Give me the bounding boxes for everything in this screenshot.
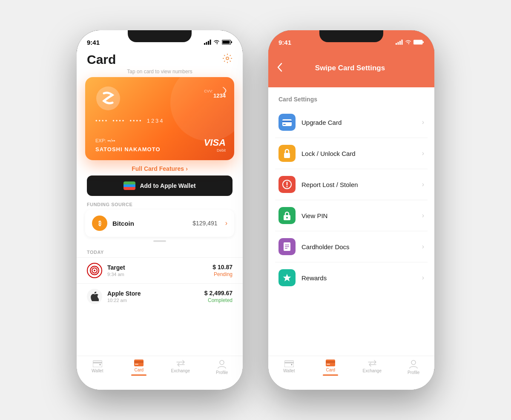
nav-profile[interactable]: Profile: [393, 360, 435, 375]
svg-rect-25: [423, 41, 424, 43]
nav-active-indicator: [131, 374, 146, 376]
settings-item-upgrade-card[interactable]: Upgrade Card ›: [275, 107, 428, 138]
target-icon: [87, 263, 102, 278]
signal-icon: [204, 40, 211, 45]
nav-exchange-label: Exchange: [171, 368, 190, 373]
credit-card[interactable]: CVV: 1234 •••• •••• •••• 1234 EXP: ••/••: [85, 77, 234, 160]
credit-card-container[interactable]: CVV: 1234 •••• •••• •••• 1234 EXP: ••/••: [77, 77, 243, 160]
card-expiry: EXP: ••/••: [95, 138, 115, 143]
svg-rect-28: [283, 124, 286, 125]
svg-rect-41: [284, 362, 294, 363]
funding-amount: $129,491: [192, 220, 217, 227]
rewards-chevron-icon: ›: [422, 274, 424, 282]
full-card-features[interactable]: Full Card Features ›: [77, 165, 243, 172]
exchange-nav-icon: [176, 360, 185, 367]
add-to-apple-wallet-button[interactable]: Add to Apple Wallet: [87, 175, 233, 196]
debit-text: Debit: [204, 148, 226, 152]
svg-point-34: [286, 217, 288, 219]
svg-rect-15: [134, 360, 144, 366]
svg-rect-24: [414, 41, 422, 44]
card-dots-1: ••••: [95, 118, 108, 124]
nav-card[interactable]: Card: [310, 360, 352, 376]
settings-header: Swipe Card Settings: [268, 49, 434, 87]
card-header: Card: [77, 49, 243, 67]
cvv-value: 1234: [213, 92, 226, 99]
visa-label: VISA Debit: [204, 137, 226, 152]
svg-point-7: [226, 57, 229, 60]
phone-notch: [128, 30, 192, 42]
nav-wallet[interactable]: Wallet: [268, 360, 310, 373]
svg-rect-17: [135, 364, 138, 365]
funding-chevron-icon: ›: [225, 219, 227, 227]
nav-exchange[interactable]: Exchange: [351, 360, 393, 373]
phone-card-screen: 9:41: [77, 30, 243, 390]
apple-wallet-icon: [123, 181, 135, 190]
lock-unlock-icon: [278, 145, 296, 162]
wifi-icon: [405, 40, 411, 45]
svg-rect-29: [284, 153, 290, 158]
nav-card[interactable]: Card: [118, 360, 160, 376]
card-nav-icon: [134, 360, 144, 366]
settings-item-cardholder-docs[interactable]: Cardholder Docs ›: [275, 231, 428, 262]
svg-rect-1: [206, 42, 207, 45]
list-item[interactable]: Apple Store 10:22 am $ 2,499.67 Complete…: [77, 283, 243, 309]
card-name: SATOSHI NAKAMOTO: [95, 146, 161, 152]
settings-item-lock-unlock[interactable]: Lock / Unlock Card ›: [275, 138, 428, 169]
back-button[interactable]: [277, 63, 283, 74]
list-item[interactable]: Target 9:34 am $ 10.87 Pending: [77, 257, 243, 283]
svg-point-14: [99, 364, 100, 365]
transaction-status: Completed: [204, 297, 233, 303]
nav-card-label: Card: [326, 368, 335, 372]
svg-point-42: [291, 364, 292, 365]
transaction-amount: $ 10.87: [212, 264, 233, 270]
transaction-amount: $ 2,499.67: [204, 290, 233, 296]
settings-item-view-pin[interactable]: View PIN ›: [275, 200, 428, 231]
transactions-section: TODAY Target 9:34 am $ 10.87 Pending: [77, 244, 243, 313]
card-last4: 1234: [147, 118, 164, 124]
card-number: •••• •••• •••• 1234: [95, 118, 164, 124]
card-nav-icon: [326, 360, 335, 366]
bottom-nav: Wallet Card Exchange: [77, 356, 243, 390]
visa-text: VISA: [204, 137, 226, 148]
svg-rect-21: [399, 41, 401, 45]
battery-icon: [413, 40, 424, 45]
svg-rect-40: [284, 361, 294, 367]
transaction-info: Target 9:34 am: [107, 264, 207, 277]
cardholder-docs-icon: [278, 238, 296, 255]
settings-item-rewards[interactable]: Rewards ›: [275, 262, 428, 293]
wifi-icon: [213, 40, 220, 45]
full-card-features-chevron: ›: [186, 165, 188, 172]
svg-rect-3: [210, 40, 211, 45]
settings-item-report-lost[interactable]: Report Lost / Stolen ›: [275, 169, 428, 200]
profile-nav-icon: [409, 360, 418, 369]
settings-gear-icon[interactable]: [222, 53, 233, 66]
lock-unlock-chevron-icon: ›: [422, 150, 424, 157]
nav-profile-label: Profile: [408, 370, 419, 375]
svg-rect-43: [326, 360, 335, 366]
card-screen: 9:41: [77, 30, 243, 390]
nav-exchange[interactable]: Exchange: [160, 360, 201, 373]
rewards-icon: [278, 269, 296, 286]
transaction-info: Apple Store 10:22 am: [107, 290, 199, 303]
profile-nav-icon: [218, 360, 226, 369]
nav-card-label: Card: [134, 368, 144, 372]
upgrade-card-label: Upgrade Card: [301, 119, 416, 126]
apple-wallet-label: Add to Apple Wallet: [140, 182, 195, 189]
nav-wallet[interactable]: Wallet: [77, 360, 118, 373]
view-pin-icon: [278, 207, 296, 224]
svg-rect-26: [282, 119, 292, 126]
bitcoin-icon: ₿: [92, 216, 107, 231]
svg-rect-22: [402, 40, 403, 45]
funding-row[interactable]: ₿ Bitcoin $129,491 ›: [85, 210, 234, 237]
view-pin-label: View PIN: [301, 212, 416, 219]
lock-unlock-label: Lock / Unlock Card: [301, 150, 416, 157]
cardholder-docs-label: Cardholder Docs: [301, 243, 416, 250]
apple-store-icon: [87, 289, 102, 304]
upgrade-card-icon: [278, 114, 296, 131]
nav-profile[interactable]: Profile: [201, 360, 243, 375]
full-card-features-text[interactable]: Full Card Features: [132, 165, 184, 172]
scroll-dot: [153, 240, 166, 242]
battery-icon: [222, 40, 233, 45]
status-time: 9:41: [278, 39, 291, 46]
report-lost-label: Report Lost / Stolen: [301, 181, 416, 188]
